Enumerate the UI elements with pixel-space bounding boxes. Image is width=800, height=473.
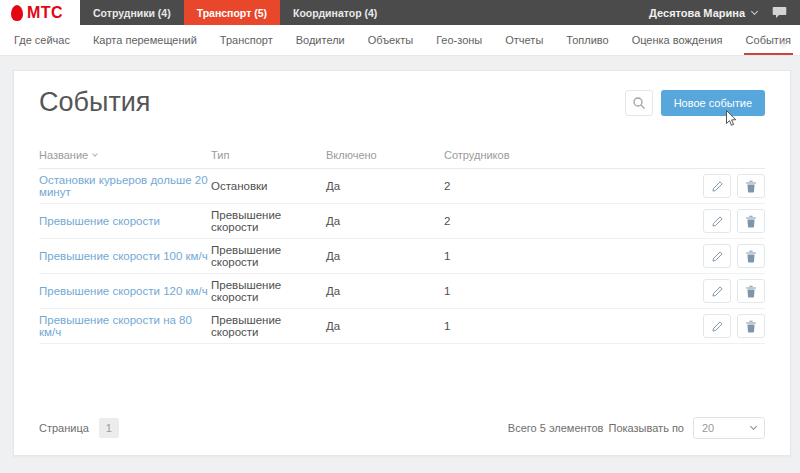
trash-icon <box>745 215 757 228</box>
user-name: Десятова Марина <box>649 7 745 19</box>
delete-button[interactable] <box>737 244 765 268</box>
event-name-link[interactable]: Превышение скорости 120 км/ч <box>39 285 208 297</box>
pagination: Страница 1 Всего 5 элементов Показывать … <box>39 417 765 439</box>
event-name-link[interactable]: Превышение скорости на 80 км/ч <box>39 314 211 338</box>
event-enabled: Да <box>326 215 444 227</box>
nav-item-geozones[interactable]: Гео-зоны <box>436 25 482 55</box>
delete-button[interactable] <box>737 314 765 338</box>
search-button[interactable] <box>625 90 653 116</box>
event-employees-count: 1 <box>444 285 665 297</box>
per-page-value: 20 <box>702 422 714 434</box>
nav-item-where-now[interactable]: Где сейчас <box>14 25 70 55</box>
per-page-label: Показывать по <box>608 422 684 434</box>
column-header-enabled: Включено <box>326 149 444 161</box>
event-name-link[interactable]: Превышение скорости 100 км/ч <box>39 250 208 262</box>
event-type: Превышение скорости <box>211 279 326 303</box>
card-header: События Новое событие <box>39 71 765 118</box>
table-row: Превышение скорости Превышение скорости … <box>39 204 765 239</box>
search-icon <box>632 96 646 110</box>
event-type: Превышение скорости <box>211 314 326 338</box>
event-enabled: Да <box>326 320 444 332</box>
new-event-button[interactable]: Новое событие <box>661 90 765 116</box>
pencil-icon <box>711 180 724 193</box>
edit-button[interactable] <box>703 209 731 233</box>
pagination-left: Страница 1 <box>39 418 119 438</box>
event-type: Превышение скорости <box>211 209 326 233</box>
nav-item-movement-map[interactable]: Карта перемещений <box>93 25 197 55</box>
mts-logo[interactable]: МТС <box>0 0 80 25</box>
mts-logo-text: МТС <box>27 4 63 22</box>
trash-icon <box>745 285 757 298</box>
page-label: Страница <box>39 422 89 434</box>
topbar-right: Десятова Марина <box>649 0 800 25</box>
topbar-dark-strip: Сотрудники (4) Транспорт (5) Координатор… <box>80 0 800 25</box>
nav-item-objects[interactable]: Объекты <box>368 25 413 55</box>
sort-chevron-icon <box>92 151 98 157</box>
trash-icon <box>745 250 757 263</box>
pencil-icon <box>711 215 724 228</box>
nav-item-driving-score[interactable]: Оценка вождения <box>632 25 723 55</box>
pencil-icon <box>711 250 724 263</box>
nav-item-fuel[interactable]: Топливо <box>566 25 608 55</box>
event-employees-count: 1 <box>444 250 665 262</box>
nav-item-drivers[interactable]: Водители <box>296 25 345 55</box>
event-name-link[interactable]: Превышение скорости <box>39 215 160 227</box>
role-tabs: Сотрудники (4) Транспорт (5) Координатор… <box>80 0 390 25</box>
delete-button[interactable] <box>737 174 765 198</box>
chat-icon[interactable] <box>772 6 787 19</box>
nav-item-transport[interactable]: Транспорт <box>220 25 273 55</box>
main-nav: Где сейчас Карта перемещений Транспорт В… <box>0 25 800 56</box>
chevron-down-icon <box>751 7 758 14</box>
pencil-icon <box>711 285 724 298</box>
event-employees-count: 1 <box>444 320 665 332</box>
event-employees-count: 2 <box>444 215 665 227</box>
event-type: Остановки <box>211 180 326 192</box>
table-row: Остановки курьеров дольше 20 минут Остан… <box>39 169 765 204</box>
trash-icon <box>745 180 757 193</box>
page-number-button[interactable]: 1 <box>99 418 119 438</box>
events-card: События Новое событие Название Тип Включ… <box>13 70 791 456</box>
per-page-select[interactable]: 20 <box>693 417 765 439</box>
pencil-icon <box>711 320 724 333</box>
edit-button[interactable] <box>703 314 731 338</box>
event-employees-count: 2 <box>444 180 665 192</box>
delete-button[interactable] <box>737 279 765 303</box>
event-enabled: Да <box>326 180 444 192</box>
chevron-down-icon <box>750 423 757 430</box>
table-row: Превышение скорости 100 км/ч Превышение … <box>39 239 765 274</box>
column-header-type: Тип <box>211 149 326 161</box>
edit-button[interactable] <box>703 279 731 303</box>
column-header-name[interactable]: Название <box>39 149 211 161</box>
topbar: МТС Сотрудники (4) Транспорт (5) Координ… <box>0 0 800 25</box>
pagination-right: Всего 5 элементов Показывать по 20 <box>508 417 765 439</box>
header-actions: Новое событие <box>625 90 765 116</box>
event-type: Превышение скорости <box>211 244 326 268</box>
event-enabled: Да <box>326 285 444 297</box>
user-menu[interactable]: Десятова Марина <box>649 7 757 19</box>
table-header-row: Название Тип Включено Сотрудников <box>39 141 765 169</box>
trash-icon <box>745 320 757 333</box>
delete-button[interactable] <box>737 209 765 233</box>
tab-transport[interactable]: Транспорт (5) <box>184 0 280 25</box>
events-table: Название Тип Включено Сотрудников Остано… <box>39 141 765 344</box>
table-row: Превышение скорости на 80 км/ч Превышени… <box>39 309 765 344</box>
table-row: Превышение скорости 120 км/ч Превышение … <box>39 274 765 309</box>
event-enabled: Да <box>326 250 444 262</box>
nav-item-reports[interactable]: Отчеты <box>505 25 543 55</box>
tab-employees[interactable]: Сотрудники (4) <box>80 0 184 25</box>
pin-icon[interactable] <box>778 36 788 54</box>
column-header-employees: Сотрудников <box>444 149 665 161</box>
mts-egg-icon <box>11 5 23 21</box>
total-items-label: Всего 5 элементов <box>508 422 604 434</box>
edit-button[interactable] <box>703 244 731 268</box>
event-name-link[interactable]: Остановки курьеров дольше 20 минут <box>39 174 211 198</box>
tab-coordinator[interactable]: Координатор (4) <box>280 0 390 25</box>
page-title: События <box>39 87 150 118</box>
edit-button[interactable] <box>703 174 731 198</box>
